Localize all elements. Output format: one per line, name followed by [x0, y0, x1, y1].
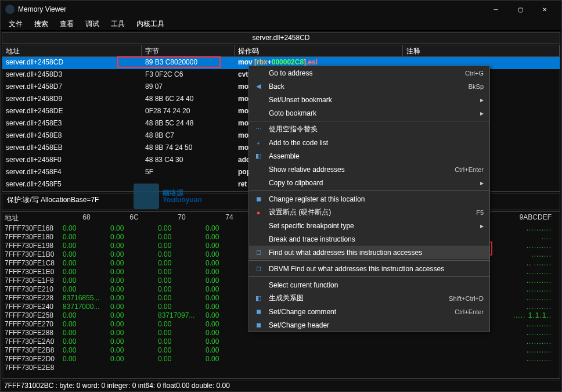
- hex-val: 0.00: [206, 294, 253, 303]
- hex-addr: 7FFF730FE2D0: [5, 355, 63, 364]
- menu-icon: ◼: [253, 195, 264, 203]
- cell-bytes: 89 B3 C8020000: [142, 57, 235, 69]
- hex-ascii: ..........: [527, 337, 552, 346]
- context-menu-item[interactable]: ◻DBVM Find out what addresses this instr…: [249, 262, 489, 275]
- hex-row[interactable]: 7FFF730FE2B80.000.000.000.00..........: [2, 346, 560, 355]
- cell-bytes: 48 8B 74 24 50: [142, 142, 235, 154]
- hex-val: 0.00: [110, 303, 158, 311]
- hex-ascii: ..........: [527, 355, 552, 364]
- hex-val: 0.00: [206, 224, 253, 233]
- hex-val: 0.00: [110, 294, 158, 303]
- menu-4[interactable]: 工具: [105, 18, 131, 30]
- hex-row[interactable]: 7FFF730FE2D00.000.000.000.00..........: [2, 355, 560, 364]
- menu-label: 设置断点 (硬件断点): [269, 207, 476, 217]
- context-menu-item[interactable]: ●设置断点 (硬件断点)F5: [249, 206, 489, 219]
- menu-icon: ●: [253, 209, 264, 216]
- hex-row[interactable]: 7FFF730FE2E8: [2, 364, 560, 372]
- app-icon: [5, 5, 15, 14]
- submenu-arrow-icon: ▸: [480, 222, 484, 230]
- hex-val: 0.00: [63, 259, 110, 268]
- hex-val: 0.00: [110, 233, 158, 242]
- hex-addr: 7FFF730FE1C8: [5, 259, 63, 268]
- menu-shortcut: Ctrl+Enter: [455, 166, 484, 173]
- col-opcode[interactable]: 操作码: [235, 45, 403, 56]
- hex-val: 0.00: [63, 242, 110, 250]
- context-menu-item[interactable]: ⋯使用空指令替换: [249, 123, 489, 136]
- hex-val: 0.00: [63, 285, 110, 294]
- hex-val: 0.00: [158, 346, 206, 355]
- context-menu-item[interactable]: ◀BackBkSp: [249, 80, 489, 93]
- hex-val: 0.00: [110, 250, 158, 259]
- menu-shortcut: F5: [476, 209, 484, 216]
- context-menu-item[interactable]: ◧生成关系图Shift+Ctrl+D: [249, 292, 489, 305]
- hex-val: 0.00: [110, 337, 158, 346]
- context-menu-item[interactable]: +Add to the code list: [249, 136, 489, 149]
- context-menu-item[interactable]: ◼Set/Change header: [249, 318, 489, 332]
- context-menu-item[interactable]: ◼Change register at this location: [249, 192, 489, 206]
- cell-addr: server.dll+2458D9: [2, 93, 142, 106]
- minimize-button[interactable]: ─: [484, 1, 508, 18]
- context-menu-item[interactable]: Break and trace instructions: [249, 232, 489, 246]
- menu-shortcut: BkSp: [469, 83, 484, 90]
- menu-label: Select current function: [269, 281, 484, 289]
- window-title: Memory Viewer: [18, 5, 484, 13]
- hex-ascii: ..........: [527, 224, 552, 233]
- hex-val: 0.00: [206, 276, 253, 285]
- hex-val: 0.00: [63, 346, 110, 355]
- col-bytes[interactable]: 字节: [142, 45, 235, 56]
- col-address[interactable]: 地址: [2, 45, 142, 56]
- hex-addr: 7FFF730FE1E0: [5, 268, 63, 276]
- hex-val: 0.00: [110, 355, 158, 364]
- hex-val: 0.00: [110, 268, 158, 276]
- maximize-button[interactable]: ▢: [508, 1, 532, 18]
- context-menu-item[interactable]: ◼Set/Change commentCtrl+Enter: [249, 305, 489, 318]
- hex-addr: 7FFF730FE228: [5, 294, 63, 303]
- menu-label: Set/Change comment: [269, 308, 455, 316]
- hex-val: 0.00: [206, 285, 253, 294]
- menu-label: Go to address: [269, 69, 465, 77]
- hex-addr: 7FFF730FE240: [5, 303, 63, 311]
- hex-val: 0.00: [63, 320, 110, 329]
- hex-ascii: ..........: [527, 320, 552, 329]
- module-header: server.dll+2458CD: [2, 32, 560, 44]
- context-menu-item[interactable]: Goto bookmark▸: [249, 106, 489, 120]
- cell-addr: server.dll+2458E8: [2, 130, 142, 142]
- hex-row[interactable]: 7FFF730FE2A00.000.000.000.00..........: [2, 337, 560, 346]
- context-menu-item[interactable]: Show relative addressesCtrl+Enter: [249, 163, 489, 176]
- context-menu-item[interactable]: Copy to clipboard▸: [249, 176, 489, 189]
- hex-val: 0.00: [110, 242, 158, 250]
- hex-ascii: ....: [542, 233, 552, 242]
- context-menu-item[interactable]: ◻Find out what addresses this instructio…: [249, 246, 489, 259]
- col-comment[interactable]: 注释: [403, 45, 560, 56]
- hex-val: 0.00: [206, 233, 253, 242]
- cell-bytes: 48 8B C7: [142, 130, 235, 142]
- hex-val: 0.00: [206, 259, 253, 268]
- context-menu-item[interactable]: Select current function: [249, 278, 489, 292]
- menu-3[interactable]: 调试: [80, 18, 105, 30]
- hex-val: 0.00: [158, 355, 206, 364]
- context-menu-item[interactable]: ◧Assemble: [249, 149, 489, 163]
- menu-5[interactable]: 内核工具: [131, 18, 170, 30]
- hex-ascii: ..........: [527, 242, 552, 250]
- menu-icon: +: [253, 139, 264, 146]
- table-header-row: 地址 字节 操作码 注释: [2, 45, 560, 57]
- menu-0[interactable]: 文件: [3, 18, 28, 30]
- hex-val: 0.00: [206, 320, 253, 329]
- menu-label: DBVM Find out what addresses this instru…: [269, 265, 484, 273]
- context-menu-item[interactable]: Go to addressCtrl+G: [249, 66, 489, 80]
- hex-val: 0.00: [158, 303, 206, 311]
- cell-bytes: [142, 179, 235, 191]
- hex-addr: 7FFF730FE270: [5, 320, 63, 329]
- status-bar: 7FFF731002BC : byte: 0 word: 0 integer: …: [1, 380, 561, 391]
- hex-addr-header: 地址: [5, 213, 63, 223]
- cell-bytes: 48 8B 5C 24 48: [142, 118, 235, 130]
- hex-addr: 7FFF730FE168: [5, 224, 63, 233]
- context-menu-item[interactable]: Set/Unset bookmark▸: [249, 93, 489, 106]
- menu-icon: ◧: [253, 152, 264, 160]
- menu-label: Back: [269, 82, 469, 91]
- menu-1[interactable]: 搜索: [28, 18, 54, 30]
- close-button[interactable]: ✕: [532, 1, 557, 18]
- menu-2[interactable]: 查看: [54, 18, 80, 30]
- hex-val: 83717097...: [158, 311, 206, 320]
- context-menu-item[interactable]: Set specific breakpoint type▸: [249, 219, 489, 232]
